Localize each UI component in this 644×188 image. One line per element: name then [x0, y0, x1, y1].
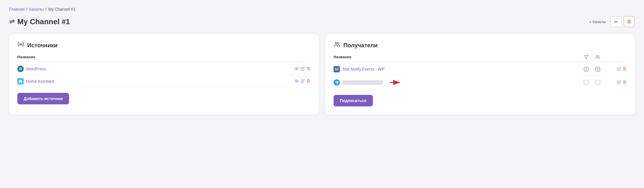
breadcrumb-sep1: /: [26, 7, 27, 12]
recipients-col-name: Название: [334, 55, 580, 59]
filter-checkbox-vk[interactable]: ✓: [584, 67, 589, 72]
view-wordpress-button[interactable]: [294, 66, 299, 72]
sources-icon: [17, 41, 24, 50]
table-row: W WordPress: [17, 63, 310, 75]
source-name-homeassistant: Home Assistant: [17, 78, 294, 84]
sources-table: Название W WordPress: [17, 55, 310, 88]
add-source-button[interactable]: Добавить источник: [17, 93, 69, 104]
svg-marker-5: [584, 55, 588, 59]
trash-icon: 🗑: [627, 19, 632, 24]
svg-point-1: [296, 68, 297, 69]
subscribe-button[interactable]: Подписаться: [334, 95, 373, 106]
svg-point-2: [296, 80, 297, 82]
source-actions-homeassistant: [294, 79, 310, 84]
source-actions-wordpress: [294, 66, 310, 72]
recipients-card-header: Получатели: [334, 41, 627, 50]
recipient-name-vk: ВК Test Notify.Events - WP: [334, 66, 580, 72]
svg-point-6: [596, 55, 598, 57]
page-title-text: My Channel #1: [17, 17, 70, 26]
breadcrumb-home[interactable]: Главная: [9, 7, 25, 12]
group-checkbox-vk[interactable]: ✓: [595, 67, 600, 72]
red-arrow-indicator: [388, 78, 402, 87]
telegram-icon: [334, 79, 340, 86]
delete-homeassistant-button[interactable]: [306, 79, 310, 84]
recipients-card: Получатели Название ВК Test Notify.Event…: [325, 34, 635, 114]
delete-vk-button[interactable]: [623, 67, 627, 72]
tg-filter-checkbox[interactable]: [580, 80, 592, 85]
table-row: Home Assistant: [17, 75, 310, 88]
svg-point-4: [337, 42, 339, 44]
sources-col-name: Название: [17, 55, 310, 59]
svg-point-3: [335, 42, 337, 44]
edit-channel-button[interactable]: ✏: [610, 16, 621, 27]
edit-wordpress-button[interactable]: [301, 67, 305, 72]
recipients-table: Название ВК Test Notify.Events - WP ✓: [334, 55, 627, 90]
breadcrumb-current: My Channel #1: [48, 7, 75, 12]
tg-group-checkbox[interactable]: [592, 80, 604, 85]
vk-icon: ВК: [334, 66, 340, 72]
breadcrumb-channels[interactable]: Каналы: [29, 7, 44, 12]
recipients-title: Получатели: [343, 42, 377, 49]
group-col-header: [592, 55, 604, 59]
recipient-actions-vk: [604, 67, 627, 72]
table-row: [334, 76, 627, 90]
cards-row: Источники Название W WordPress: [9, 34, 635, 114]
source-name-wordpress: W WordPress: [17, 66, 294, 72]
sources-title: Источники: [27, 42, 58, 49]
wordpress-icon: W: [17, 66, 24, 72]
filter-col-header: [580, 55, 592, 59]
recipient-actions-tg: [604, 80, 627, 85]
edit-homeassistant-button[interactable]: [301, 79, 305, 84]
recipient-name-tg: [334, 78, 580, 87]
vk-group-checkbox[interactable]: ✓: [592, 67, 604, 72]
recipients-icon: [334, 41, 340, 50]
sources-table-header: Название: [17, 55, 310, 62]
vk-filter-checkbox[interactable]: ✓: [580, 67, 592, 72]
table-row: ВК Test Notify.Events - WP ✓ ✓: [334, 63, 627, 76]
recipient-name-blurred: [342, 80, 383, 85]
page-title: ⇌ My Channel #1: [9, 17, 70, 26]
homeassistant-icon: [17, 78, 24, 84]
channel-icon: ⇌: [9, 18, 14, 25]
filter-checkbox-tg[interactable]: [584, 80, 589, 85]
group-checkbox-tg[interactable]: [595, 80, 600, 85]
page-header: ⇌ My Channel #1 « Каналы ✏ 🗑: [9, 16, 635, 27]
recipients-table-header: Название: [334, 55, 627, 62]
header-actions: « Каналы ✏ 🗑: [587, 16, 635, 27]
sources-card-header: Источники: [17, 41, 310, 50]
back-to-channels-button[interactable]: « Каналы: [587, 18, 608, 25]
view-homeassistant-button[interactable]: [294, 79, 299, 84]
delete-channel-button[interactable]: 🗑: [624, 16, 635, 27]
sources-card: Источники Название W WordPress: [9, 34, 319, 114]
delete-tg-button[interactable]: [623, 80, 627, 85]
breadcrumb-sep2: /: [45, 7, 47, 12]
delete-wordpress-button[interactable]: [306, 67, 310, 72]
breadcrumb: Главная / Каналы / My Channel #1: [9, 7, 635, 12]
edit-tg-button[interactable]: [617, 80, 621, 85]
svg-point-0: [20, 44, 21, 45]
edit-vk-button[interactable]: [617, 67, 621, 72]
edit-icon: ✏: [614, 19, 618, 25]
